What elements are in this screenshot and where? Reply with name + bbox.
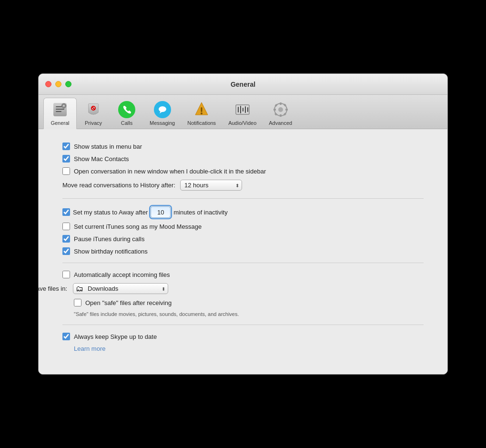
svg-rect-4 [56, 111, 61, 112]
show-contacts-checkbox[interactable] [62, 155, 70, 163]
svg-rect-12 [201, 107, 202, 112]
svg-rect-23 [280, 114, 282, 117]
svg-point-9 [159, 106, 166, 112]
tab-messaging-label: Messaging [150, 120, 175, 126]
birthday-checkbox[interactable] [62, 247, 70, 255]
minimize-button[interactable] [55, 81, 61, 87]
svg-point-13 [201, 112, 202, 114]
notifications-icon [193, 101, 210, 118]
tab-privacy-label: Privacy [85, 120, 102, 126]
svg-point-6 [63, 105, 65, 107]
svg-rect-19 [247, 107, 248, 112]
svg-point-21 [278, 107, 283, 112]
open-safe-row: Open "safe" files after receiving [74, 299, 424, 306]
downloads-dropdown[interactable]: Downloads Desktop Documents [73, 283, 168, 294]
keep-updated-row: Always keep Skype up to date [62, 333, 424, 340]
svg-rect-15 [238, 107, 239, 112]
itunes-mood-row: Set current iTunes song as my Mood Messa… [62, 223, 424, 230]
auto-accept-checkbox[interactable] [62, 271, 70, 278]
tab-privacy[interactable]: Privacy [77, 98, 110, 129]
tab-notifications-label: Notifications [187, 120, 216, 126]
tab-audiovideo[interactable]: Audio/Video [222, 98, 263, 129]
downloads-select-wrapper: 🗂 Downloads Desktop Documents [73, 283, 168, 294]
keep-updated-checkbox[interactable] [62, 333, 70, 340]
show-status-checkbox[interactable] [62, 143, 70, 150]
tab-calls-label: Calls [121, 120, 132, 126]
svg-rect-3 [56, 109, 64, 110]
history-label: Move read conversations to History after… [62, 182, 175, 189]
away-label-pre: Set my status to Away after [73, 209, 148, 216]
save-files-row: Save files in: 🗂 Downloads Desktop Docum… [38, 283, 424, 294]
tab-general[interactable]: General [43, 98, 77, 129]
pause-itunes-checkbox[interactable] [62, 235, 70, 243]
section-status-options: Set my status to Away after minutes of i… [62, 199, 424, 263]
svg-rect-24 [273, 109, 276, 111]
title-bar: General [39, 74, 447, 95]
svg-rect-16 [240, 106, 241, 113]
open-conversation-label: Open conversation in new window when I d… [74, 168, 266, 175]
content-area: Show status in menu bar Show Mac Contact… [39, 129, 447, 374]
open-conversation-row: Open conversation in new window when I d… [62, 167, 424, 175]
show-status-row: Show status in menu bar [62, 143, 424, 150]
close-button[interactable] [45, 81, 51, 87]
history-row: Move read conversations to History after… [62, 180, 424, 191]
tab-notifications[interactable]: Notifications [181, 98, 222, 129]
section-files: Automatically accept incoming files Save… [62, 263, 424, 325]
inactivity-input[interactable] [151, 206, 171, 218]
history-dropdown[interactable]: 12 hours 1 day 1 week Never [180, 180, 242, 191]
section-general-options: Show status in menu bar Show Mac Contact… [62, 141, 424, 199]
svg-rect-25 [285, 109, 288, 111]
tab-calls[interactable]: Calls [110, 98, 143, 129]
audiovideo-icon [234, 101, 251, 118]
tab-advanced[interactable]: Advanced [263, 98, 298, 129]
tab-general-label: General [51, 120, 69, 126]
pause-itunes-label: Pause iTunes during calls [74, 235, 144, 243]
birthday-label: Show birthday notifications [74, 248, 148, 255]
birthday-row: Show birthday notifications [62, 247, 424, 255]
calls-icon [118, 101, 135, 118]
open-safe-label: Open "safe" files after receiving [85, 299, 172, 306]
window-controls [45, 81, 71, 87]
show-contacts-label: Show Mac Contacts [74, 155, 129, 163]
main-window: General General [38, 73, 448, 375]
open-conversation-checkbox[interactable] [62, 167, 70, 175]
general-icon [51, 101, 69, 118]
window-title: General [231, 81, 255, 88]
messaging-icon [154, 101, 171, 118]
save-files-label: Save files in: [38, 285, 67, 292]
advanced-icon [272, 101, 289, 118]
privacy-icon [85, 101, 102, 118]
away-row: Set my status to Away after minutes of i… [62, 206, 424, 218]
safe-files-note: "Safe" files include movies, pictures, s… [74, 311, 424, 317]
itunes-mood-checkbox[interactable] [62, 223, 70, 230]
tab-audiovideo-label: Audio/Video [228, 120, 256, 126]
folder-icon: 🗂 [76, 285, 83, 293]
svg-rect-28 [274, 112, 277, 115]
auto-accept-row: Automatically accept incoming files [62, 271, 424, 278]
svg-rect-17 [243, 108, 243, 112]
svg-rect-22 [280, 102, 282, 105]
away-checkbox[interactable] [62, 208, 70, 216]
keep-updated-label: Always keep Skype up to date [74, 333, 157, 340]
section-updates: Always keep Skype up to date Learn more [62, 325, 424, 360]
learn-more-link[interactable]: Learn more [74, 345, 424, 352]
svg-rect-18 [245, 106, 246, 113]
pause-itunes-row: Pause iTunes during calls [62, 235, 424, 243]
show-status-label: Show status in menu bar [74, 143, 142, 150]
open-safe-checkbox[interactable] [74, 299, 81, 306]
tab-advanced-label: Advanced [269, 120, 292, 126]
auto-accept-label: Automatically accept incoming files [74, 271, 170, 278]
maximize-button[interactable] [65, 81, 71, 87]
itunes-mood-label: Set current iTunes song as my Mood Messa… [74, 223, 202, 230]
away-label-post: minutes of inactivity [173, 209, 227, 216]
toolbar: General Privacy [39, 95, 447, 129]
history-select-wrapper: 12 hours 1 day 1 week Never [180, 180, 242, 191]
tab-messaging[interactable]: Messaging [143, 98, 181, 129]
show-contacts-row: Show Mac Contacts [62, 155, 424, 163]
